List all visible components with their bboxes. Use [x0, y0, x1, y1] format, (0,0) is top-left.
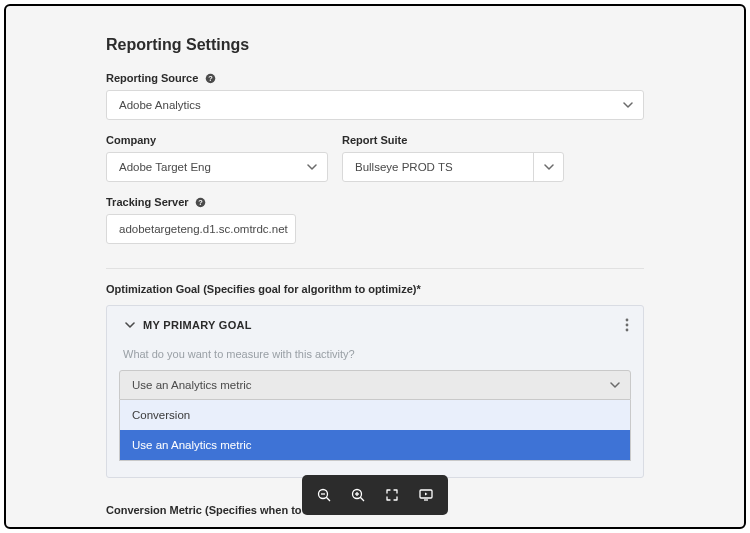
report-suite-select[interactable]: Bullseye PROD TS: [342, 152, 564, 182]
chevron-down-icon: [307, 162, 317, 172]
reporting-source-select[interactable]: Adobe Analytics: [106, 90, 644, 120]
dropdown-option-conversion[interactable]: Conversion: [120, 400, 630, 430]
viewer-toolbar: [302, 475, 448, 515]
report-suite-field: Report Suite Bullseye PROD TS: [342, 134, 564, 182]
measure-dropdown-selected[interactable]: Use an Analytics metric: [119, 370, 631, 400]
help-icon[interactable]: ?: [204, 72, 216, 84]
company-value: Adobe Target Eng: [119, 161, 211, 173]
report-suite-dropdown-button[interactable]: [533, 153, 563, 181]
report-suite-label: Report Suite: [342, 134, 564, 146]
reporting-source-label-text: Reporting Source: [106, 72, 198, 84]
report-suite-value: Bullseye PROD TS: [343, 153, 533, 181]
svg-point-6: [626, 329, 629, 332]
company-suite-row: Company Adobe Target Eng Report Suite Bu…: [106, 134, 644, 182]
fullscreen-button[interactable]: [378, 481, 406, 509]
more-icon[interactable]: [625, 318, 629, 332]
measure-dropdown-list: Conversion Use an Analytics metric: [119, 400, 631, 461]
page-title: Reporting Settings: [106, 36, 644, 54]
zoom-out-button[interactable]: [310, 481, 338, 509]
tracking-server-field: Tracking Server ? adobetargeteng.d1.sc.o…: [106, 196, 644, 244]
primary-goal-title-wrap: MY PRIMARY GOAL: [125, 319, 252, 331]
primary-goal-title: MY PRIMARY GOAL: [143, 319, 252, 331]
reporting-source-value: Adobe Analytics: [119, 99, 201, 111]
svg-point-5: [626, 324, 629, 327]
dropdown-option-analytics-metric[interactable]: Use an Analytics metric: [120, 430, 630, 460]
measure-dropdown[interactable]: Use an Analytics metric Conversion Use a…: [119, 370, 631, 461]
chevron-down-icon: [610, 380, 620, 390]
company-select[interactable]: Adobe Target Eng: [106, 152, 328, 182]
svg-point-4: [626, 319, 629, 322]
content-area: Reporting Settings Reporting Source ? Ad…: [6, 6, 744, 529]
company-field: Company Adobe Target Eng: [106, 134, 328, 182]
svg-line-11: [360, 497, 364, 501]
measure-dropdown-value: Use an Analytics metric: [132, 379, 252, 391]
svg-text:?: ?: [208, 74, 213, 83]
tracking-server-label: Tracking Server ?: [106, 196, 644, 208]
goal-question: What do you want to measure with this ac…: [123, 348, 627, 360]
reporting-source-field: Reporting Source ? Adobe Analytics: [106, 72, 644, 120]
primary-goal-panel: MY PRIMARY GOAL What do you want to meas…: [106, 305, 644, 478]
tracking-server-input[interactable]: adobetargeteng.d1.sc.omtrdc.net: [106, 214, 296, 244]
svg-line-8: [326, 497, 330, 501]
optimization-goal-label: Optimization Goal (Specifies goal for al…: [106, 283, 644, 295]
present-button[interactable]: [412, 481, 440, 509]
divider: [106, 268, 644, 269]
tracking-server-label-text: Tracking Server: [106, 196, 189, 208]
help-icon[interactable]: ?: [195, 196, 207, 208]
tracking-server-value: adobetargeteng.d1.sc.omtrdc.net: [119, 223, 288, 235]
reporting-source-label: Reporting Source ?: [106, 72, 644, 84]
svg-text:?: ?: [198, 198, 203, 207]
primary-goal-header[interactable]: MY PRIMARY GOAL: [119, 316, 631, 338]
svg-marker-15: [425, 493, 428, 496]
chevron-down-icon: [623, 100, 633, 110]
company-label: Company: [106, 134, 328, 146]
window-frame: Reporting Settings Reporting Source ? Ad…: [4, 4, 746, 529]
chevron-down-icon: [125, 320, 135, 330]
zoom-in-button[interactable]: [344, 481, 372, 509]
